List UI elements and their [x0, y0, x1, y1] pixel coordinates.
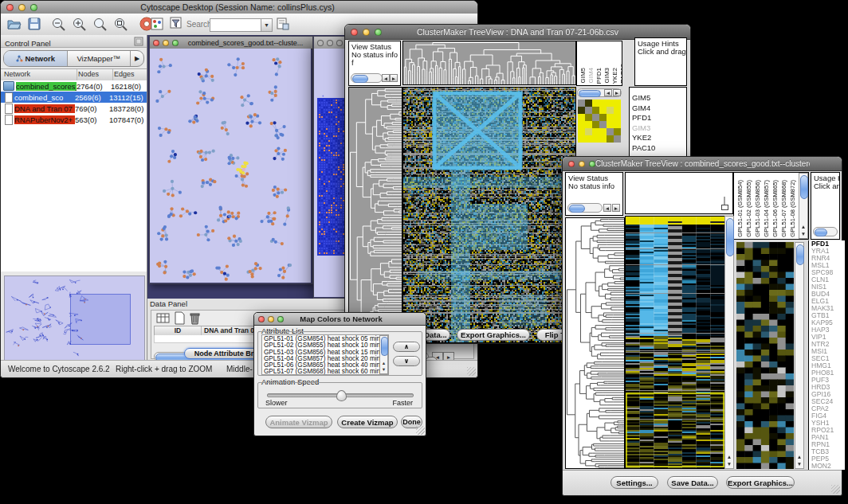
zoom-icon[interactable]	[336, 40, 343, 46]
data-col-id[interactable]: ID	[155, 326, 202, 335]
tv2-usage-hscroll[interactable]	[813, 227, 838, 236]
tv1-heatmap[interactable]	[402, 87, 576, 343]
tv2-column-label[interactable]: GPL51-04 (GSM857)	[763, 180, 771, 237]
annotation-icon[interactable]	[276, 17, 290, 31]
network-row[interactable]: combined_sco 2569(6) 13112(15)	[1, 92, 147, 103]
tv2-column-label[interactable]: GPL51-02 (GSM855)	[745, 180, 754, 237]
move-up-button[interactable]: ∧	[393, 342, 420, 352]
attribute-list-vscroll[interactable]: ▲ ▼	[379, 335, 388, 374]
scroll-left-icon[interactable]: ◄	[382, 74, 390, 82]
save-icon[interactable]	[27, 17, 41, 31]
new-doc-icon[interactable]	[174, 311, 186, 325]
minimize-icon[interactable]	[363, 29, 370, 36]
gene-label[interactable]: MON2	[811, 463, 845, 470]
tab-overflow-arrow[interactable]: ▶	[130, 51, 143, 66]
tv2-heatmap[interactable]	[625, 216, 725, 469]
tv1-row-dendrogram[interactable]	[348, 87, 402, 343]
zoom-selected-icon[interactable]	[113, 17, 129, 31]
tv2-zoom-submatrix[interactable]	[736, 242, 794, 469]
tv2-settings-button[interactable]: Settings...	[610, 476, 658, 489]
tv2-column-dendrogram[interactable]	[625, 172, 733, 214]
tv2-zoom-vscroll[interactable]: ▲ ▼	[795, 242, 804, 469]
minimize-icon[interactable]	[18, 4, 26, 11]
tv2-column-label[interactable]: GPL51-08 (GSM872)	[789, 180, 798, 237]
zoom-fit-icon[interactable]	[92, 17, 108, 31]
col-network[interactable]: Network	[1, 69, 77, 80]
resize-grip[interactable]	[467, 367, 476, 376]
close-icon[interactable]	[568, 161, 575, 167]
tv1-row-label[interactable]: PAC10	[632, 143, 686, 154]
zoom-icon[interactable]	[589, 161, 595, 167]
tv1-column-label[interactable]: GIM5	[579, 68, 587, 84]
search-input[interactable]	[210, 18, 264, 32]
tv1-row-label[interactable]: GIM4	[632, 104, 686, 114]
tv2-column-label[interactable]: GPL51-07 (GSM868)	[780, 180, 789, 237]
tv2-column-label[interactable]: GPL51-06 (GSM865)	[771, 180, 780, 237]
treeview2-titlebar[interactable]: ClusterMaker TreeView : combined_scores_…	[563, 157, 842, 171]
tv2-column-label[interactable]: GPL51-03 (GSM856)	[754, 180, 763, 237]
minimize-icon[interactable]	[268, 316, 274, 322]
network-view-titlebar[interactable]: combined_scores_good.txt--cluste...	[150, 37, 312, 49]
search-dropdown-arrow-icon[interactable]: ▼	[261, 18, 273, 32]
zoom-icon[interactable]	[172, 40, 179, 46]
tv2-column-label[interactable]: GPL51-01 (GSM854)	[736, 180, 745, 237]
zoom-icon[interactable]	[375, 29, 382, 36]
tv1-row-label[interactable]: YKE2	[632, 133, 686, 143]
tv1-column-label[interactable]: PFD1	[595, 68, 603, 84]
open-file-icon[interactable]	[6, 17, 22, 31]
tab-network[interactable]: Network	[4, 51, 68, 66]
zoom-out-icon[interactable]	[51, 17, 67, 31]
close-icon[interactable]	[6, 4, 14, 11]
tv1-status-hscroll[interactable]	[351, 73, 383, 83]
close-icon[interactable]	[351, 29, 358, 36]
scroll-left-icon[interactable]: ◄	[603, 204, 611, 212]
table-icon[interactable]	[156, 312, 171, 325]
close-icon[interactable]	[317, 40, 324, 46]
tv1-row-label[interactable]: GIM5	[632, 93, 686, 104]
network-row[interactable]: DNA and Tran 07 769(0) 183728(0)	[1, 103, 147, 114]
network-row[interactable]: RNAPuberNov2+ 563(0) 107847(0)	[1, 114, 147, 125]
tv1-column-label[interactable]: PAC10	[619, 64, 622, 84]
filter-icon[interactable]	[170, 17, 183, 30]
tv2-save-data-button[interactable]: Save Data...	[667, 476, 718, 489]
animate-vizmap-button[interactable]: Animate Vizmap	[265, 416, 332, 428]
tv1-column-label[interactable]: GIM4	[587, 68, 595, 84]
tv1-row-label[interactable]: PFD1	[632, 113, 686, 123]
birdseye-overview[interactable]	[4, 275, 145, 362]
move-down-button[interactable]: ∨	[393, 356, 420, 366]
col-edges[interactable]: Edges	[113, 69, 147, 80]
dialog-titlebar[interactable]: Map Colors to Network	[254, 313, 426, 326]
trash-icon[interactable]	[189, 311, 201, 325]
float-panel-icon[interactable]	[134, 37, 143, 46]
slider-thumb[interactable]	[336, 390, 347, 401]
attribute-item[interactable]: GPL51-07 (GSM868) heat shock 60 min	[264, 369, 388, 375]
tv1-column-label[interactable]: GIM3	[603, 68, 611, 84]
zoom-icon[interactable]	[277, 316, 284, 322]
close-icon[interactable]	[153, 40, 159, 46]
create-vizmap-button[interactable]: Create Vizmap	[337, 416, 398, 428]
zoom-icon[interactable]	[30, 4, 37, 11]
zoom-in-icon[interactable]	[72, 17, 88, 31]
tv2-collabel-vscroll[interactable]: ▲ ▼	[799, 173, 808, 239]
tv2-row-dendrogram[interactable]	[565, 217, 625, 469]
birdseye-icon[interactable]	[151, 18, 163, 30]
close-icon[interactable]	[258, 316, 265, 322]
scroll-right-icon[interactable]: ►	[390, 74, 398, 82]
tab-vizmapper[interactable]: VizMapper™	[68, 51, 131, 66]
main-titlebar[interactable]: Cytoscape Desktop (Session Name: collins…	[1, 1, 477, 14]
tv2-export-graphics-button[interactable]: Export Graphics...	[726, 476, 795, 489]
window-controls[interactable]	[1, 4, 37, 11]
network-canvas[interactable]	[150, 49, 311, 283]
tv1-column-label[interactable]: YKE2	[611, 68, 619, 84]
network-row[interactable]: combined_scores_ 2764(0) 16218(0)	[1, 80, 147, 92]
minimize-icon[interactable]	[327, 40, 333, 46]
resize-grip[interactable]	[831, 485, 840, 494]
scroll-right-icon[interactable]: ►	[613, 89, 621, 96]
tv1-column-dendrogram[interactable]	[402, 41, 576, 85]
tv1-row-label[interactable]: GIM3	[632, 123, 686, 134]
minimize-icon[interactable]	[163, 40, 169, 46]
scroll-right-icon[interactable]: ►	[612, 204, 620, 212]
resize-grip[interactable]	[416, 426, 425, 435]
col-nodes[interactable]: Nodes	[77, 69, 113, 80]
attribute-list[interactable]: GPL51-01 (GSM854) heat shock 05 minGPL51…	[261, 334, 389, 375]
